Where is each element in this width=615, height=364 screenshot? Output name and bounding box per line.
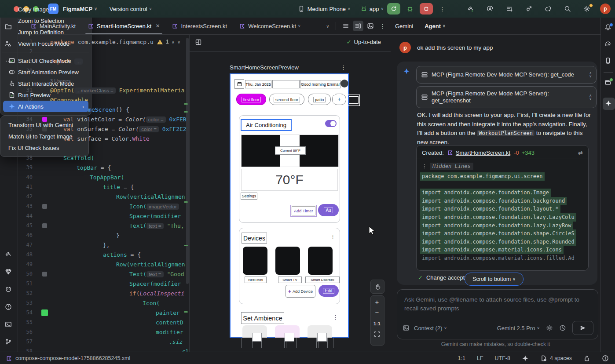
running-devices-tool-button[interactable] (604, 79, 612, 87)
terminal-tool-button[interactable] (5, 321, 13, 329)
menu-item-copy-image[interactable]: Copy Image (3, 4, 88, 15)
gemini-sparkle-tool-button[interactable] (603, 98, 615, 110)
pan-tool-button[interactable] (370, 280, 384, 294)
ac-settings-label[interactable]: Settings (241, 193, 257, 200)
build-tool-button[interactable] (5, 251, 13, 258)
chip-second-floor[interactable]: second floor (269, 94, 304, 105)
zoom-out-button[interactable]: − (370, 309, 384, 316)
zoom-in-button[interactable]: + (370, 298, 384, 306)
ai-code-actions-button[interactable] (542, 3, 554, 15)
design-view-button[interactable] (365, 21, 376, 31)
submenu-item-transform-ui-with-gemini[interactable]: Transform UI with Gemini (3, 119, 86, 131)
debug-button[interactable] (404, 3, 416, 15)
add-device-button[interactable]: +Add Device (286, 285, 315, 298)
color-swatch[interactable] (42, 223, 47, 228)
gradle-elephant-tool-button[interactable] (604, 40, 612, 48)
menu-item-start-interactive-mode[interactable]: Start Interactive Mode (3, 78, 88, 89)
scroll-to-bottom-button[interactable]: Scroll to bottom∨ (465, 273, 523, 286)
close-tab-icon[interactable]: ✕ (155, 23, 160, 29)
search-everywhere-button[interactable] (561, 3, 574, 15)
menu-item-jump-to-definition[interactable]: Jump to Definition (3, 26, 88, 38)
menu-item-view-in-focus-mode[interactable]: View in Focus Mode (3, 38, 88, 49)
device-phone-tool-button[interactable] (604, 57, 612, 65)
chip-patio[interactable]: patio (308, 94, 331, 105)
tab-agent[interactable]: Agent∨ (425, 23, 445, 29)
tool-call-get-code[interactable]: MCP (Figma Remote Dev Mode MCP Server): … (416, 66, 597, 84)
submenu-item-match-ui-to-target-image[interactable]: Match UI to Target Image (3, 131, 86, 142)
rerun-button[interactable] (387, 3, 400, 15)
todo-button[interactable] (503, 3, 516, 15)
split-view-button[interactable] (353, 21, 363, 31)
build-button[interactable] (465, 3, 477, 15)
menu-item-run-preview[interactable]: Run Preview (3, 89, 88, 101)
send-button[interactable] (572, 321, 593, 335)
chat-history-icon[interactable] (559, 324, 566, 331)
caret-position[interactable]: 1:1 (458, 355, 465, 361)
tab-gemini[interactable]: Gemini (395, 23, 413, 29)
attach-image-icon[interactable] (403, 324, 410, 331)
model-selector[interactable]: Gemini 2.5 Pro (497, 325, 535, 331)
editor-options-menu[interactable]: ⋮ (377, 21, 388, 31)
ac-toggle[interactable] (325, 120, 337, 127)
menu-item-ai-actions[interactable]: AI Actions› (3, 101, 88, 112)
chip-first-floor[interactable]: first floor (236, 94, 266, 105)
created-file-link[interactable]: SmartHomeScreen.kt (456, 149, 510, 156)
tab-dropdown-icon[interactable]: ∨ (298, 24, 301, 28)
edit-devices-button[interactable]: Edit (318, 285, 339, 297)
file-encoding[interactable]: UTF-8 (495, 355, 510, 361)
menu-item-start-animation-preview[interactable]: Start Animation Preview (3, 66, 88, 78)
hidden-tabs-chevron[interactable]: ∨ (322, 21, 333, 31)
bell-tool-button[interactable] (604, 24, 612, 32)
tab-smarthomescreen-kt[interactable]: SmartHomeScreen.kt✕ (82, 18, 166, 34)
device-tile-nest-mini[interactable] (243, 247, 267, 275)
phone-preview[interactable]: Thu, Jan 2025 Good morning Emma! first f… (230, 73, 349, 338)
expand-icon[interactable]: ∧∨ (589, 94, 592, 100)
inspection-widget[interactable]: 1 ∧ ∨ (155, 37, 182, 47)
preview-layout-icon[interactable] (195, 39, 202, 46)
ac-auto-button[interactable]: Au (318, 204, 339, 216)
context-selector[interactable]: Context (2) (414, 325, 442, 331)
indent-setting[interactable]: 4 spaces (540, 355, 572, 362)
lock-open-icon[interactable] (583, 355, 590, 362)
git-tool-button[interactable] (5, 338, 13, 346)
chat-settings-icon[interactable] (546, 324, 553, 331)
line-ending[interactable]: LF (477, 355, 483, 361)
chat-input-box[interactable]: Ask Gemini, use @filename to attach sour… (397, 289, 598, 339)
zoom-ratio-button[interactable]: 1:1 (370, 321, 384, 326)
more-run-actions[interactable]: ⋮ (436, 3, 449, 15)
expand-icon[interactable]: ∧∨ (589, 72, 592, 78)
inspections-status-icon[interactable] (602, 355, 609, 362)
hidden-lines-toggle[interactable]: ⋮ Hidden Lines (422, 163, 588, 170)
editor-scrollbar[interactable] (186, 38, 189, 284)
color-swatch[interactable] (42, 204, 47, 209)
account-avatar[interactable]: p (600, 4, 611, 14)
tool-call-get-screenshot[interactable]: MCP (Figma Remote Dev Mode MCP Server): … (416, 86, 597, 108)
color-swatch[interactable] (42, 272, 47, 277)
tab-welcomescreen-kt[interactable]: WelcomeScreen.kt∨ (233, 18, 307, 34)
selection-handle[interactable] (349, 96, 359, 104)
gemini-status-icon[interactable] (522, 355, 529, 362)
vcs-menu[interactable]: Version control∨ (110, 6, 152, 12)
preview-options-menu[interactable]: ⋮ (340, 64, 347, 71)
profiler-button[interactable] (484, 3, 496, 15)
device-selector[interactable]: Medium Phone∨ (298, 5, 351, 12)
open-diff-icon[interactable]: ⇄ (578, 149, 583, 156)
attach-debugger-button[interactable] (523, 3, 535, 15)
run-configuration-selector[interactable]: app∨ (360, 5, 384, 12)
devices-menu[interactable]: ⋮ (330, 233, 336, 240)
add-timer-button[interactable]: Add Timer (290, 205, 317, 217)
menu-item-zoom-to-selection[interactable]: Zoom to Selection (3, 15, 88, 26)
ambience-menu[interactable]: ⋮ (333, 314, 339, 320)
color-swatch[interactable] (41, 309, 48, 316)
gem-tool-button[interactable] (5, 268, 13, 276)
logcat-tool-button[interactable] (5, 286, 13, 294)
submenu-item-fix-ui-check-issues[interactable]: Fix UI Check Issues (3, 142, 86, 153)
problems-tool-button[interactable] (5, 303, 13, 311)
menu-item-start-ui-check-mode[interactable]: Start UI Check Mode (3, 55, 88, 66)
code-view-button[interactable] (340, 21, 351, 31)
device-tile-smart-tv[interactable] (275, 247, 300, 275)
stop-button[interactable] (420, 3, 433, 15)
tab-interestsscreen-kt[interactable]: InterestsScreen.kt (166, 18, 233, 34)
zoom-fit-button[interactable] (370, 331, 384, 339)
settings-button[interactable] (581, 3, 593, 15)
